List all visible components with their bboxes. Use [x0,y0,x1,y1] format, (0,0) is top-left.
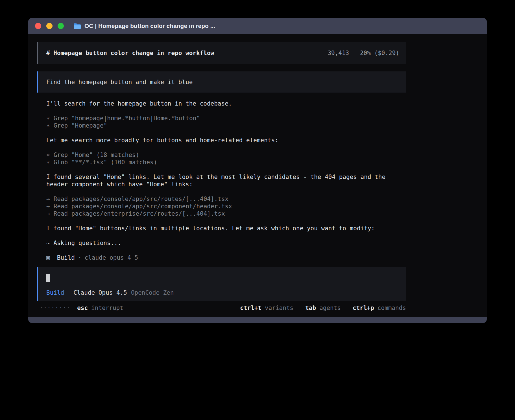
agent-badge-icon: ▣ [46,254,50,261]
keybind-label: agents [319,305,341,311]
keybind-label: variants [265,305,293,311]
terminal-window: OC | Homepage button color change in rep… [28,18,487,323]
tool-status-icon: ∗ [46,152,50,158]
folder-icon [73,23,81,29]
context-usage: 20% ($0.29) [360,50,399,56]
keybind-label: commands [377,305,406,311]
tool-call-label: Read packages/console/app/src/component/… [54,203,232,210]
terminal-content: # Homepage button color change in repo w… [28,34,487,317]
status-bar: ········ esc interrupt ctrl+tvariants ta… [37,304,406,312]
tool-call-glob: ∗Glob "**/*.tsx" (100 matches) [46,159,487,166]
assistant-paragraph: Let me search more broadly for buttons a… [37,137,406,144]
window-titlebar[interactable]: OC | Homepage button color change in rep… [28,18,487,34]
tool-status-icon: ∗ [46,159,50,166]
assistant-paragraph: I found "Home" buttons/links in multiple… [37,225,406,232]
tool-call-label: Read packages/enterprise/src/routes/[...… [54,210,225,217]
assistant-paragraph: I'll search for the homepage button in t… [37,100,406,107]
spinner-dots: ········ [40,304,70,312]
window-title: OC | Homepage button color change in rep… [84,23,215,29]
tool-call-read: →Read packages/console/app/src/routes/[.… [46,195,487,203]
prompt-input[interactable]: Build Claude Opus 4.5 OpenCode Zen [37,267,406,301]
tool-call-label: Grep "Homepage" [54,122,107,129]
keybind-hint-commands: ctrl+pcommands [353,304,406,312]
esc-key-hint: esc [77,304,88,312]
keybind-key: tab [305,305,316,311]
session-title: # Homepage button color change in repo w… [46,49,214,57]
tool-status-icon: ∗ [46,115,50,122]
tool-call-read: →Read packages/console/app/src/component… [46,203,487,210]
traffic-lights [35,23,69,29]
token-count: 39,413 [328,50,349,56]
tool-call-read: →Read packages/enterprise/src/routes/[..… [46,210,487,217]
tool-status-icon: ∗ [46,122,50,129]
session-stats: 39,413 20% ($0.29) [328,49,399,57]
tool-call-label: Grep "Home" (18 matches) [54,152,139,158]
working-status: ~ Asking questions... [37,239,406,247]
status-bar-right: ctrl+tvariants tabagents ctrl+pcommands [228,304,406,312]
separator-dot: · [78,254,82,261]
arrow-icon: → [46,203,50,210]
tool-call-grep: ∗Grep "homepage|home.*button|Home.*butto… [46,115,487,122]
status-bar-left: ········ esc interrupt [37,304,123,312]
keybind-key: ctrl+t [240,305,261,311]
agent-mode-label[interactable]: Build [46,289,64,296]
agent-name: Build [57,254,75,261]
tool-call-group: ∗Grep "homepage|home.*button|Home.*butto… [37,115,487,129]
user-message-text: Find the homepage button and make it blu… [46,78,193,86]
tool-call-grep: ∗Grep "Homepage" [46,122,487,129]
keybind-key: ctrl+p [353,305,374,311]
zoom-window-button[interactable] [58,23,64,29]
provider-name: OpenCode Zen [131,289,174,296]
arrow-icon: → [46,210,50,217]
tool-call-group: →Read packages/console/app/src/routes/[.… [37,195,487,217]
tool-call-group: ∗Grep "Home" (18 matches) ∗Glob "**/*.ts… [37,151,487,166]
model-name: Claude Opus 4.5 [73,289,127,296]
keybind-hint-agents: tabagents [305,304,341,312]
input-mode-line: Build Claude Opus 4.5 OpenCode Zen [46,289,399,296]
keybind-hint-variants: ctrl+tvariants [240,304,293,312]
arrow-icon: → [46,196,50,202]
tool-call-label: Glob "**/*.tsx" (100 matches) [54,159,157,166]
tool-call-grep: ∗Grep "Home" (18 matches) [46,151,487,159]
tool-call-label: Read packages/console/app/src/routes/[..… [54,196,229,202]
esc-key-label: interrupt [91,304,123,312]
agent-badge: ▣ Build · claude-opus-4-5 [37,254,487,261]
close-window-button[interactable] [35,23,41,29]
session-header: # Homepage button color change in repo w… [37,42,406,64]
tool-call-label: Grep "homepage|home.*button|Home.*button… [54,115,200,122]
user-message: Find the homepage button and make it blu… [37,71,406,93]
assistant-paragraph: I found several "Home" links. Let me loo… [37,173,406,188]
text-cursor [46,274,50,282]
desktop-background: OC | Homepage button color change in rep… [0,0,515,420]
minimize-window-button[interactable] [46,23,53,29]
agent-model: claude-opus-4-5 [85,254,138,261]
